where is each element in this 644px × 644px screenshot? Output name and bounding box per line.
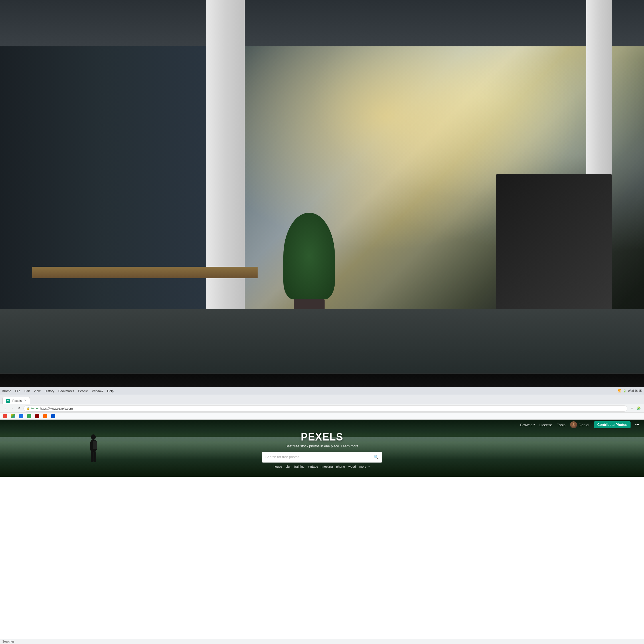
pillar-left <box>206 0 245 309</box>
ceiling-beams <box>0 0 309 46</box>
table <box>32 267 258 278</box>
plant <box>283 213 309 309</box>
dark-walls <box>0 0 206 309</box>
background-photo <box>0 0 309 309</box>
